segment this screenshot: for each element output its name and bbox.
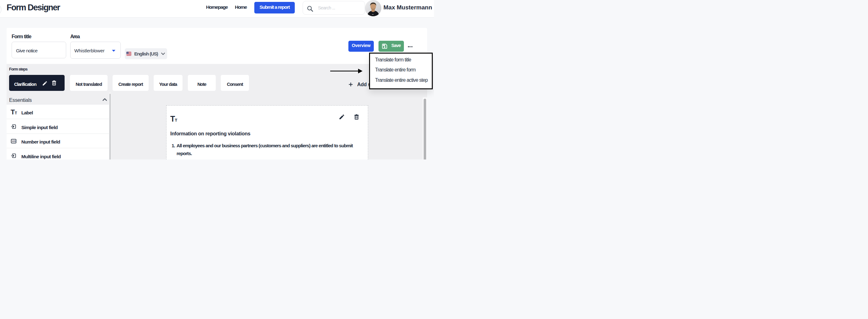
- svg-text:123: 123: [12, 140, 16, 142]
